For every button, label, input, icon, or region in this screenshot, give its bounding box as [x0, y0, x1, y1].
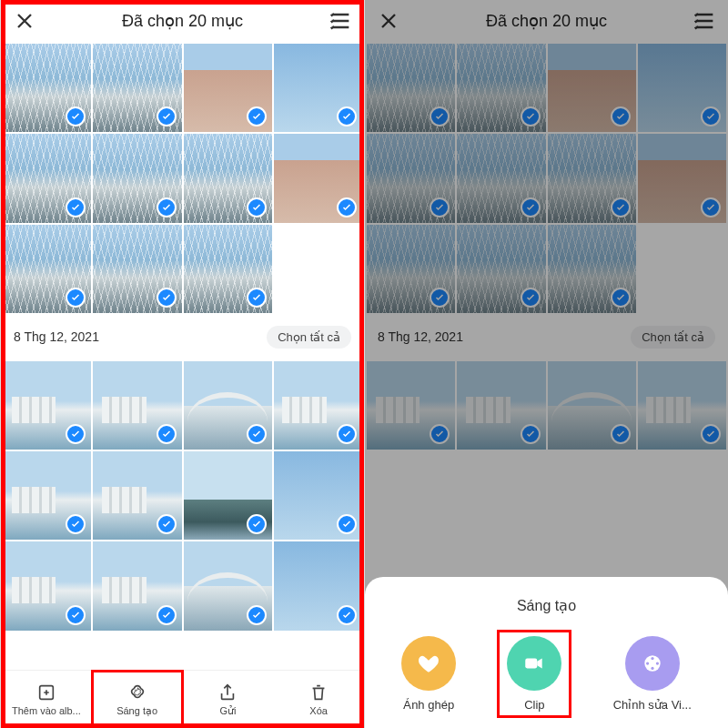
sheet-item-label: Chỉnh sửa Vi... — [613, 698, 692, 712]
share-icon — [217, 682, 238, 703]
photo-thumbnail[interactable] — [638, 361, 726, 450]
photo-thumbnail[interactable] — [3, 541, 91, 630]
sheet-item-edit-video[interactable]: Chỉnh sửa Vi... — [604, 631, 701, 717]
photo-thumbnail[interactable] — [93, 541, 181, 630]
checkmark-icon — [66, 288, 86, 308]
sheet-item-clip[interactable]: Clip — [498, 631, 571, 717]
video-camera-icon — [507, 636, 561, 691]
photo-thumbnail[interactable] — [457, 225, 545, 313]
photo-thumbnail[interactable] — [638, 134, 726, 222]
close-button[interactable] — [12, 8, 37, 34]
toolbar-label: Thêm vào alb... — [12, 705, 81, 716]
photo-thumbnail[interactable] — [274, 451, 362, 540]
toolbar-delete[interactable]: Xóa — [273, 671, 364, 728]
bottom-toolbar: Thêm vào alb... Sáng tạo Gửi Xóa — [1, 670, 364, 728]
photo-thumbnail[interactable] — [184, 44, 272, 132]
photo-thumbnail[interactable] — [548, 44, 636, 132]
photo-thumbnail[interactable] — [184, 361, 272, 450]
date-section-header: 8 Thg 12, 2021 Chọn tất cả — [1, 315, 364, 359]
checkmark-icon — [611, 288, 631, 308]
checkmark-icon — [701, 424, 721, 444]
select-all-button[interactable]: Chọn tất cả — [267, 326, 351, 349]
svg-point-5 — [651, 667, 653, 670]
photo-grid-scroll[interactable]: 8 Thg 12, 2021 Chọn tất cả — [1, 42, 364, 670]
photo-thumbnail[interactable] — [93, 225, 181, 313]
checkmark-icon — [521, 424, 541, 444]
header: Đã chọn 20 mục — [1, 0, 364, 42]
photo-thumbnail[interactable] — [457, 44, 545, 132]
photo-thumbnail[interactable] — [638, 225, 726, 313]
photo-thumbnail[interactable] — [367, 225, 455, 313]
select-all-button[interactable]: Chọn tất cả — [631, 326, 715, 349]
toolbar-label: Xóa — [309, 705, 328, 716]
checkmark-icon — [157, 106, 177, 126]
toolbar-share[interactable]: Gửi — [183, 671, 274, 728]
photo-thumbnail[interactable] — [93, 361, 181, 450]
checkmark-icon — [247, 424, 267, 444]
close-button[interactable] — [376, 8, 401, 34]
header-title: Đã chọn 20 mục — [37, 11, 328, 31]
photo-thumbnail[interactable] — [548, 361, 636, 450]
checkmark-icon — [521, 197, 541, 217]
checkmark-icon — [157, 197, 177, 217]
photo-thumbnail[interactable] — [367, 134, 455, 222]
film-reel-icon — [625, 636, 680, 691]
svg-point-6 — [646, 662, 649, 664]
trash-icon — [308, 682, 329, 703]
photo-thumbnail[interactable] — [274, 541, 362, 630]
select-menu-button[interactable] — [692, 8, 717, 34]
photo-thumbnail[interactable] — [548, 225, 636, 313]
photo-thumbnail[interactable] — [367, 44, 455, 132]
checkmark-icon — [611, 197, 631, 217]
photo-thumbnail[interactable] — [638, 44, 726, 132]
photo-thumbnail[interactable] — [274, 225, 362, 313]
photo-thumbnail[interactable] — [548, 134, 636, 222]
photo-thumbnail[interactable] — [184, 134, 272, 222]
header-title: Đã chọn 20 mục — [401, 11, 692, 31]
checkmark-icon — [521, 288, 541, 308]
photo-thumbnail[interactable] — [274, 361, 362, 450]
toolbar-label: Sáng tạo — [116, 705, 157, 717]
checkmark-icon — [430, 288, 450, 308]
checkmark-icon — [66, 605, 86, 625]
photo-thumbnail[interactable] — [93, 44, 181, 132]
phone-left: Đã chọn 20 mục 8 Thg 12, 2021 Chọn tất c… — [0, 0, 364, 728]
photo-thumbnail[interactable] — [3, 134, 91, 222]
checkmark-icon — [157, 605, 177, 625]
photo-thumbnail[interactable] — [184, 451, 272, 540]
plus-square-icon — [36, 682, 56, 703]
photo-thumbnail[interactable] — [367, 361, 455, 450]
checkmark-icon — [247, 106, 267, 126]
photo-thumbnail[interactable] — [93, 451, 181, 540]
photo-thumbnail[interactable] — [3, 451, 91, 540]
photo-thumbnail[interactable] — [3, 44, 91, 132]
photo-thumbnail[interactable] — [457, 134, 545, 222]
checkmark-icon — [430, 197, 450, 217]
photo-thumbnail[interactable] — [3, 361, 91, 450]
toolbar-create[interactable]: Sáng tạo — [92, 671, 183, 728]
heart-icon — [401, 636, 456, 691]
checkmark-icon — [337, 605, 357, 625]
flower-icon — [127, 682, 147, 703]
photo-thumbnail[interactable] — [457, 361, 545, 450]
create-bottom-sheet: Sáng tạo Ảnh ghép Clip Chỉnh sửa Vi... — [365, 577, 728, 728]
photo-thumbnail[interactable] — [184, 225, 272, 313]
svg-rect-1 — [526, 659, 538, 669]
photo-thumbnail[interactable] — [274, 44, 362, 132]
photo-thumbnail[interactable] — [184, 541, 272, 630]
photo-thumbnail[interactable] — [3, 225, 91, 313]
photo-grid-section-2 — [1, 359, 364, 632]
select-menu-button[interactable] — [328, 8, 353, 34]
sheet-item-collage[interactable]: Ảnh ghép — [392, 631, 465, 717]
photo-thumbnail[interactable] — [93, 134, 181, 222]
sheet-item-label: Clip — [524, 698, 544, 712]
photo-grid-section-2 — [365, 359, 728, 451]
svg-point-3 — [651, 657, 653, 660]
checkmark-icon — [157, 514, 177, 534]
checkmark-icon — [337, 197, 357, 217]
photo-thumbnail[interactable] — [274, 134, 362, 222]
checkmark-icon — [611, 106, 631, 126]
toolbar-add-album[interactable]: Thêm vào alb... — [1, 671, 92, 728]
toolbar-label: Gửi — [219, 705, 236, 717]
date-label: 8 Thg 12, 2021 — [14, 329, 99, 344]
